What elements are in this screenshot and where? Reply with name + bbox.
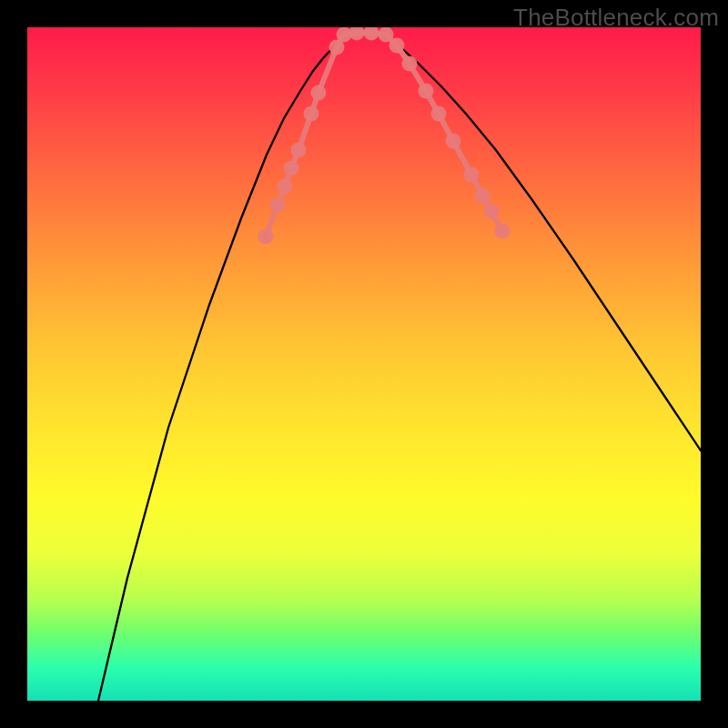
marker-dot [446, 134, 461, 149]
marker-dot [304, 106, 319, 122]
marker-dot [464, 167, 480, 183]
marker-dot [389, 38, 405, 54]
marker-dot [258, 229, 274, 245]
marker-dot [379, 27, 394, 43]
marker-dot [349, 27, 365, 41]
plot-area [27, 27, 701, 701]
marker-dot [419, 84, 434, 99]
curve-layer [27, 27, 701, 701]
marker-dot [475, 188, 490, 204]
marker-dot [484, 204, 500, 219]
marker-connector [266, 33, 502, 237]
marker-dot [402, 56, 418, 72]
marker-dot [284, 161, 299, 177]
watermark-text: TheBottleneck.com [513, 4, 719, 32]
marker-dot [311, 86, 327, 101]
marker-dot [364, 27, 379, 41]
marker-dot [431, 106, 447, 122]
bottleneck-curve [98, 32, 701, 701]
marker-dot [270, 197, 286, 213]
marker-dot [495, 224, 511, 239]
chart-frame: TheBottleneck.com [0, 0, 728, 728]
marker-dot [291, 143, 307, 158]
marker-dot [278, 179, 293, 195]
